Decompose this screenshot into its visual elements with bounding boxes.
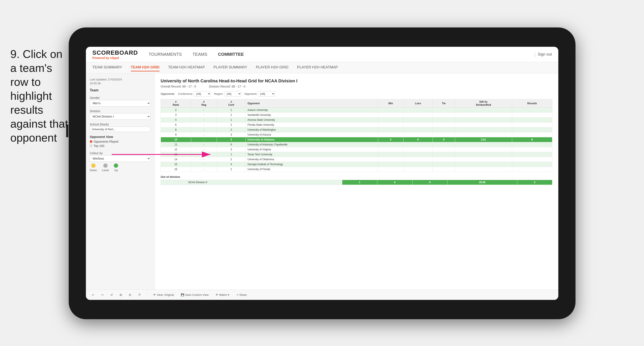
nav-tournaments[interactable]: TOURNAMENTS — [148, 50, 182, 58]
colour-by-select[interactable]: Win/loss — [90, 155, 150, 162]
school-rank-input[interactable] — [90, 127, 150, 132]
toolbar-save-custom[interactable]: 💾 Save Custom View — [179, 292, 210, 297]
table-row[interactable]: 4 - 1 Arizona State University — [161, 118, 552, 122]
instruction-number: 9. — [10, 48, 20, 60]
opponent-view-radio-group: Opponents Played Top 100 — [90, 140, 150, 148]
grid-title: University of North Carolina Head-to-Hea… — [160, 78, 552, 83]
cell-reg: - — [191, 162, 217, 167]
cell-loss — [403, 162, 433, 167]
tab-player-summary[interactable]: PLAYER SUMMARY — [214, 64, 247, 71]
cell-rounds — [512, 127, 552, 132]
table-row[interactable]: 12 - 3 University of Virginia — [161, 147, 552, 152]
cell-diff — [455, 152, 512, 157]
cell-tie — [433, 132, 455, 137]
cell-loss — [403, 127, 433, 132]
toolbar-watch[interactable]: 👁 Watch ▾ — [214, 292, 231, 297]
cell-opponent: University of Arkansas, Fayetteville — [246, 142, 378, 147]
cell-opponent: University of Arizona — [246, 132, 378, 137]
instruction-text: 9. Click on a team's row to highlight re… — [10, 47, 70, 145]
toolbar-revert[interactable]: ↺ — [109, 292, 114, 297]
table-row[interactable]: 16 - 2 University of Florida — [161, 167, 552, 172]
cell-conf: 2 — [217, 113, 246, 118]
nav-links: TOURNAMENTS TEAMS COMMITTEE — [148, 50, 534, 58]
th-opponent: Opponent — [246, 99, 378, 108]
cell-opponent: Auburn University — [246, 108, 378, 113]
cell-conf: 3 — [217, 147, 246, 152]
toolbar-paste[interactable]: ⊟ — [127, 292, 133, 297]
cell-opponent: Texas Tech University — [246, 152, 378, 157]
table-header-row: #Rank #Reg #Conf Opponent Win Loss Tie D… — [161, 99, 552, 108]
out-of-division-row[interactable]: NCAA Division II 1 0 0 26.00 3 — [161, 180, 552, 185]
table-row[interactable]: 13 - 1 Texas Tech University — [161, 152, 552, 157]
nav-teams[interactable]: TEAMS — [192, 50, 207, 58]
cell-tie — [433, 162, 455, 167]
sign-out-link[interactable]: Sign out — [538, 52, 552, 57]
opponent-filter-select[interactable]: (All) — [258, 91, 275, 96]
cell-tie — [433, 108, 455, 113]
region-filter-select[interactable]: (All) — [224, 91, 241, 96]
toolbar-undo[interactable]: ↩ — [90, 292, 96, 297]
cell-tie — [433, 142, 455, 147]
radio-dot-empty — [90, 145, 92, 147]
region-filter-label: Region — [214, 92, 223, 95]
th-reg: #Reg — [191, 99, 217, 108]
table-row[interactable]: 15 - 4 Georgia Institute of Technology — [161, 162, 552, 167]
tab-player-h2h-grid[interactable]: PLAYER H2H GRID — [256, 64, 288, 71]
toolbar-view-original[interactable]: 👁 View: Original — [152, 292, 176, 297]
cell-diff — [455, 127, 512, 132]
last-updated: Last Updated: 27/03/2024 16:55:38 — [90, 78, 150, 85]
nav-committee[interactable]: COMMITTEE — [218, 50, 244, 58]
cell-diff — [455, 122, 512, 127]
opponents-played-radio[interactable]: Opponents Played — [90, 140, 150, 143]
toolbar-copy[interactable]: ⊞ — [118, 292, 124, 297]
table-row[interactable]: 11 - 6 University of Arkansas, Fayettevi… — [161, 142, 552, 147]
radio-dot-filled — [90, 140, 92, 143]
cell-diff — [455, 167, 512, 172]
cell-rounds — [512, 132, 552, 137]
table-row[interactable]: 8 - 2 University of Washington — [161, 127, 552, 132]
cell-opponent: University of Virginia — [246, 147, 378, 152]
tab-team-h2h-grid[interactable]: TEAM H2H GRID — [131, 64, 160, 71]
table-row[interactable]: 2 - 1 Auburn University — [161, 108, 552, 113]
toolbar-redo[interactable]: ↪ — [100, 292, 105, 297]
cell-rank: 8 — [161, 127, 191, 132]
division-select[interactable]: NCAA Division I — [90, 113, 150, 120]
cell-tie — [433, 113, 455, 118]
cell-diff — [455, 157, 512, 162]
opponent-filter-label: Opponent — [244, 92, 256, 95]
sign-out-area: | Sign out — [534, 52, 552, 57]
cell-loss — [403, 152, 433, 157]
tab-player-h2h-heatmap[interactable]: PLAYER H2H HEATMAP — [297, 64, 338, 71]
record-row: Overall Record: 89 - 17 - 0 Division Rec… — [160, 85, 552, 88]
table-row[interactable]: 10 - 5 University of Alabama 3 0 0 2.61 … — [161, 137, 552, 142]
cell-rounds — [512, 167, 552, 172]
cell-reg: - — [191, 118, 217, 122]
tab-team-h2h-heatmap[interactable]: TEAM H2H HEATMAP — [168, 64, 205, 71]
cell-diff — [455, 132, 512, 137]
top-100-radio[interactable]: Top 100 — [90, 144, 150, 148]
cell-rank: 10 — [161, 137, 191, 142]
tab-team-summary[interactable]: TEAM SUMMARY — [92, 64, 122, 71]
gender-select[interactable]: Men's — [90, 100, 150, 106]
table-row[interactable]: 3 - 2 Vanderbilt University — [161, 113, 552, 118]
cell-opponent: Vanderbilt University — [246, 113, 378, 118]
cell-reg: - — [191, 167, 217, 172]
cell-diff: 2.61 — [455, 137, 512, 142]
table-row[interactable]: 14 - 2 University of Oklahoma — [161, 157, 552, 162]
cell-loss — [403, 132, 433, 137]
h2h-table: #Rank #Reg #Conf Opponent Win Loss Tie D… — [160, 99, 552, 172]
cell-tie — [433, 147, 455, 152]
toolbar-clock[interactable]: ⏱ — [136, 292, 142, 297]
th-rounds: Rounds — [512, 99, 552, 108]
opponents-label: Opponents: — [160, 92, 175, 95]
table-row[interactable]: 6 - 2 Florida State University — [161, 122, 552, 127]
table-row[interactable]: 9 - 3 University of Arizona — [161, 132, 552, 137]
tablet-screen: SCOREBOARD Powered by clippd TOURNAMENTS… — [86, 47, 558, 300]
toolbar-share[interactable]: ↗ Share — [234, 292, 249, 297]
od-reg — [170, 180, 178, 185]
conference-filter-select[interactable]: (All) — [194, 91, 211, 96]
od-loss: 0 — [377, 180, 412, 185]
out-of-division-table: NCAA Division II 1 0 0 26.00 3 — [160, 180, 552, 185]
cell-rank: 9 — [161, 132, 191, 137]
share-icon: ↗ — [236, 293, 238, 297]
